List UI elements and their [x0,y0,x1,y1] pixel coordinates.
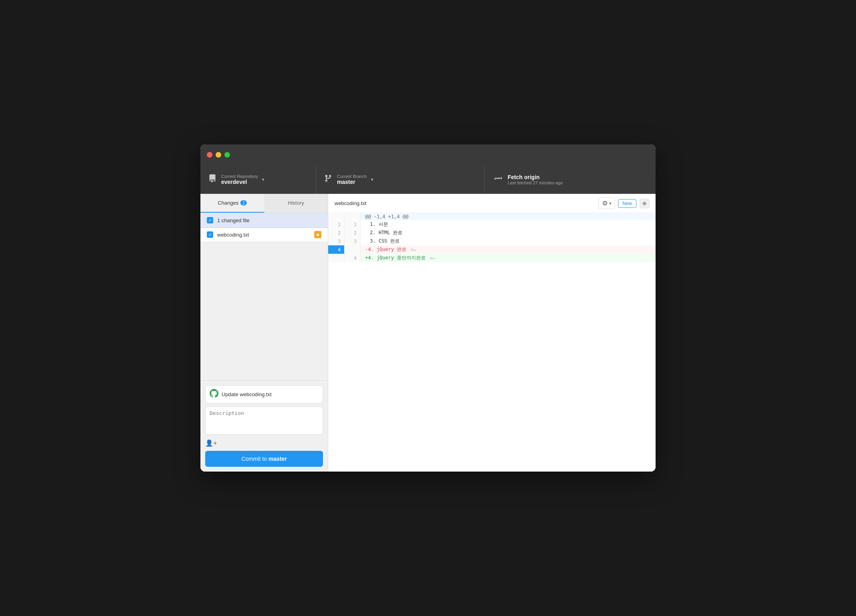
line-removed-content: -4. jQuery 완료 ⊘↵ [360,245,656,254]
repo-chevron-icon: ▾ [262,177,264,182]
branch-icon [324,174,332,184]
diff-settings-button[interactable]: ⚙ ▾ [598,197,615,209]
table-row: 1 1 1. 서문 [328,220,656,229]
new-line-num [344,245,360,254]
sidebar-tabs: Changes 1 History [200,194,328,213]
line-content: 1. 서문 [360,220,656,229]
file-name: webcoding.txt [217,232,314,238]
tab-history[interactable]: History [264,194,328,213]
tab-history-label: History [288,200,304,206]
gear-chevron-icon: ▾ [609,201,611,205]
table-row: 4 -4. jQuery 완료 ⊘↵ [328,245,656,254]
commit-avatar-icon [210,389,218,400]
commit-button[interactable]: Commit to master [205,451,323,467]
sidebar-spacer [200,242,328,380]
old-line-num: 1 [328,220,344,229]
repo-content: Current Repository everdevel [221,174,258,185]
repo-icon [208,174,216,184]
fetch-icon [494,174,502,184]
new-line-num: 3 [344,237,360,245]
checkmark-icon: ✓ [208,218,212,223]
new-line-num: 1 [344,220,360,229]
main-content: Changes 1 History ✓ 1 changed file ✓ [200,194,656,472]
current-repository-section[interactable]: Current Repository everdevel ▾ [200,165,316,193]
no-newline-icon: ⊘↵ [430,256,435,260]
commit-area: 👤+ Commit to master [200,380,328,472]
hunk-header-row: @@ -1,4 +1,4 @@ [328,213,656,220]
old-line-num: 2 [328,229,344,237]
file-modified-badge: ■ [314,231,321,238]
commit-btn-branch: master [268,456,287,462]
maximize-button[interactable] [224,152,230,158]
traffic-lights [207,152,230,158]
fetch-title: Fetch origin [508,174,563,180]
commit-btn-text: Commit to [242,456,267,462]
file-checkbox[interactable]: ✓ [207,231,213,238]
line-content: 3. CSS 완료 [360,237,656,245]
close-button[interactable] [207,152,212,158]
changed-files-header[interactable]: ✓ 1 changed file [200,213,328,228]
branch-content: Current Branch master [337,174,367,185]
tab-changes[interactable]: Changes 1 [200,194,264,213]
repo-name: everdevel [221,179,258,185]
hunk-new-num [344,213,360,220]
commit-summary-row [205,385,323,403]
fetch-origin-section[interactable]: Fetch origin Last fetched 27 minutes ago [485,165,656,193]
diff-actions: ⚙ ▾ New ⊕ [598,197,649,209]
branch-chevron-icon: ▾ [371,177,373,182]
title-bar [200,144,656,165]
repo-label: Current Repository [221,174,258,179]
old-line-num: 3 [328,237,344,245]
fetch-content: Fetch origin Last fetched 27 minutes ago [508,174,563,185]
file-badge-icon: ■ [317,232,319,237]
toolbar: Current Repository everdevel ▾ Current B… [200,165,656,194]
diff-expand-button[interactable]: ⊕ [640,199,649,208]
app-window: Current Repository everdevel ▾ Current B… [200,144,656,472]
new-line-num: 4 [344,254,360,262]
hunk-header-content: @@ -1,4 +1,4 @@ [360,213,656,220]
file-checkmark-icon: ✓ [208,232,212,237]
file-item[interactable]: ✓ webcoding.txt ■ [200,228,328,242]
diff-table: @@ -1,4 +1,4 @@ 1 1 1. 서문 2 2 2. HTM [328,213,656,262]
new-line-num: 2 [344,229,360,237]
current-branch-section[interactable]: Current Branch master ▾ [316,165,485,193]
branch-name: master [337,179,367,185]
gear-icon: ⚙ [602,199,608,207]
tab-changes-label: Changes [218,200,238,206]
no-newline-icon: ⊘↵ [411,247,416,252]
branch-label: Current Branch [337,174,367,179]
table-row: 4 +4. jQuery 중반까지완료 ⊘↵ [328,254,656,262]
fetch-subtitle: Last fetched 27 minutes ago [508,180,563,185]
table-row: 3 3 3. CSS 완료 [328,237,656,245]
table-row: 2 2 2. HTML 완료 [328,229,656,237]
line-added-content: +4. jQuery 중반까지완료 ⊘↵ [360,254,656,262]
old-line-num-selected: 4 [328,245,344,254]
all-files-checkbox[interactable]: ✓ [207,217,213,223]
diff-panel: webcoding.txt ⚙ ▾ New ⊕ [328,194,656,472]
hunk-old-num [328,213,344,220]
sidebar: Changes 1 History ✓ 1 changed file ✓ [200,194,328,472]
changes-badge: 1 [240,200,247,205]
diff-new-button[interactable]: New [618,199,636,208]
commit-description-input[interactable] [205,407,323,434]
diff-content[interactable]: @@ -1,4 +1,4 @@ 1 1 1. 서문 2 2 2. HTM [328,213,656,472]
changed-files-label: 1 changed file [217,217,250,223]
minimize-button[interactable] [216,152,221,158]
add-coauthor-icon[interactable]: 👤+ [205,439,217,447]
diff-header: webcoding.txt ⚙ ▾ New ⊕ [328,194,656,213]
expand-icon: ⊕ [642,201,646,206]
diff-filename: webcoding.txt [335,200,367,206]
line-content: 2. HTML 완료 [360,229,656,237]
old-line-num [328,254,344,262]
commit-summary-input[interactable] [222,391,319,397]
commit-footer: 👤+ [205,439,323,447]
